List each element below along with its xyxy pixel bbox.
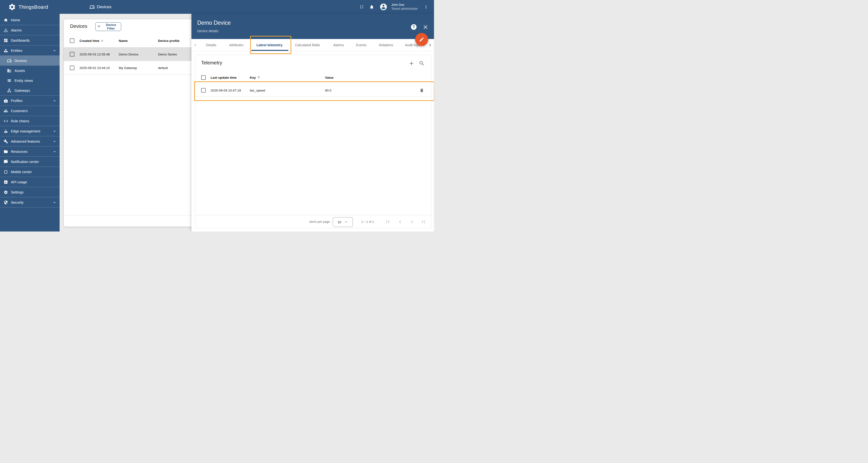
device-filter-button[interactable]: Device Filter <box>95 22 121 31</box>
sidebar-item-mobile-center[interactable]: Mobile center <box>0 167 60 177</box>
delete-telemetry-icon[interactable] <box>420 88 424 93</box>
tab-details[interactable]: Details <box>206 39 216 51</box>
first-page-icon[interactable] <box>385 219 391 225</box>
sidebar-item-security[interactable]: Security <box>0 197 60 207</box>
close-icon[interactable] <box>423 24 428 30</box>
devices-footer-divider <box>64 215 199 216</box>
notifications-bell-icon[interactable] <box>368 3 376 11</box>
row-checkbox[interactable] <box>70 65 74 70</box>
search-icon[interactable] <box>419 60 425 67</box>
user-name: John Doe <box>391 3 420 7</box>
devices-table-header: Created time Name Device profile <box>64 34 199 47</box>
edit-device-fab[interactable] <box>415 33 428 46</box>
sidebar-item-profiles[interactable]: Profiles <box>0 96 60 106</box>
previous-page-icon[interactable] <box>397 219 403 225</box>
people-icon <box>4 109 8 113</box>
cell-profile: default <box>158 66 168 69</box>
cell-created-time: 2025-09-03 12:55:48 <box>80 52 110 56</box>
page-range-label: 1 – 1 of 1 <box>361 220 374 224</box>
tab-attributes[interactable]: Attributes <box>229 39 243 51</box>
active-tab-indicator <box>251 50 288 51</box>
help-icon[interactable]: ? <box>411 24 417 30</box>
page-head: Devices <box>90 5 111 9</box>
sidebar-item-api-usage[interactable]: API usage <box>0 177 60 187</box>
shield-icon <box>4 200 8 205</box>
sidebar-item-notification-center[interactable]: Notification center <box>0 157 60 167</box>
sort-asc-arrow-icon <box>257 75 260 79</box>
gear-icon <box>4 190 8 194</box>
cell-name: My Gateway <box>119 66 137 69</box>
sidebar-item-resources[interactable]: Resources <box>0 146 60 157</box>
building-icon <box>7 69 11 73</box>
dropdown-caret-icon <box>344 220 348 224</box>
home-icon <box>4 18 8 22</box>
user-role: Tenant administrator <box>391 7 420 11</box>
last-page-icon[interactable] <box>420 219 427 225</box>
telemetry-row-fan-speed[interactable]: 2025-09-04 10:47:19 fan_speed 90.0 <box>195 84 431 97</box>
sidebar-item-edge-management[interactable]: Edge management <box>0 126 60 136</box>
tabs-scroll-right-icon[interactable] <box>428 43 433 47</box>
user-info[interactable]: John Doe Tenant administrator <box>391 3 420 11</box>
telemetry-pagination: Items per page: 10 1 – 1 of 1 <box>195 215 431 228</box>
sidebar-item-home[interactable]: Home <box>0 15 60 25</box>
filter-icon <box>97 25 101 29</box>
tab-relations[interactable]: Relations <box>379 39 393 51</box>
sidebar-item-advanced-features[interactable]: Advanced features <box>0 136 60 146</box>
dashboards-icon <box>4 38 8 43</box>
badge-icon <box>4 99 8 103</box>
sidebar-item-entities[interactable]: Entities <box>0 45 60 56</box>
tab-alarms[interactable]: Alarms <box>333 39 344 51</box>
devices-card-title: Devices <box>70 24 87 29</box>
tab-events[interactable]: Events <box>356 39 367 51</box>
more-vert-icon[interactable] <box>422 3 430 11</box>
fullscreen-icon[interactable] <box>358 3 366 11</box>
row-checkbox[interactable] <box>201 88 206 93</box>
chat-bubble-icon <box>4 160 8 164</box>
user-avatar[interactable] <box>379 3 388 11</box>
tabs-scroll-left-icon[interactable] <box>193 43 198 47</box>
app-root: ThingsBoard Devices John Doe Tenant admi… <box>0 0 434 232</box>
sidebar-item-gateways[interactable]: Gateways <box>0 86 60 96</box>
column-header-name[interactable]: Name <box>119 39 128 42</box>
sidebar-item-settings[interactable]: Settings <box>0 187 60 197</box>
column-header-value[interactable]: Value <box>325 75 334 79</box>
page-size-select[interactable]: 10 <box>333 217 353 227</box>
items-per-page-label: Items per page: <box>309 220 331 224</box>
drawer-tab-bar: Details Attributes Latest telemetry Calc… <box>191 39 434 51</box>
column-header-key[interactable]: Key <box>250 75 260 79</box>
cell-value: 90.0 <box>325 88 331 92</box>
hub-tree-icon <box>7 88 11 93</box>
sidebar-item-alarms[interactable]: Alarms <box>0 25 60 35</box>
add-telemetry-icon[interactable] <box>408 60 414 67</box>
column-header-last-update-time[interactable]: Last update time <box>211 75 237 79</box>
device-row-demo-device[interactable]: 2025-09-03 12:55:48 Demo Device Demo Ser… <box>64 47 199 61</box>
sidebar-item-customers[interactable]: Customers <box>0 106 60 116</box>
tab-calculated-fields[interactable]: Calculated fields <box>295 39 320 51</box>
sidebar-item-dashboards[interactable]: Dashboards <box>0 35 60 45</box>
brand-title: ThingsBoard <box>19 4 48 10</box>
telemetry-table-header: Last update time Key Value <box>195 71 431 84</box>
sidebar: Home Alarms Dashboards Entities Devices … <box>0 14 60 232</box>
devices-icon <box>7 59 11 63</box>
sidebar-item-devices[interactable]: Devices <box>0 56 60 66</box>
sidebar-item-rule-chains[interactable]: Rule chains <box>0 116 60 126</box>
telemetry-card: Telemetry Last update time Key Value 202… <box>195 55 431 228</box>
sidebar-item-assets[interactable]: Assets <box>0 66 60 75</box>
chevron-up-icon <box>53 49 57 53</box>
tab-latest-telemetry[interactable]: Latest telemetry <box>256 39 282 51</box>
cell-name: Demo Device <box>119 52 138 56</box>
cell-key: fan_speed <box>250 88 265 92</box>
column-header-device-profile[interactable]: Device profile <box>158 39 180 42</box>
column-header-created-time[interactable]: Created time <box>80 39 104 43</box>
next-page-icon[interactable] <box>409 219 415 225</box>
brand: ThingsBoard <box>8 3 48 11</box>
select-all-checkbox[interactable] <box>201 75 206 80</box>
code-arrows-icon <box>4 119 8 123</box>
devices-table-card: Devices Device Filter Created time Name … <box>64 20 199 227</box>
chevron-down-icon <box>53 99 57 103</box>
bar-chart-icon <box>4 180 8 184</box>
select-all-checkbox[interactable] <box>70 38 74 43</box>
device-row-my-gateway[interactable]: 2025-09-02 10:44:10 My Gateway default <box>64 61 199 74</box>
sidebar-item-entity-views[interactable]: Entity views <box>0 75 60 86</box>
row-checkbox[interactable] <box>70 52 74 57</box>
